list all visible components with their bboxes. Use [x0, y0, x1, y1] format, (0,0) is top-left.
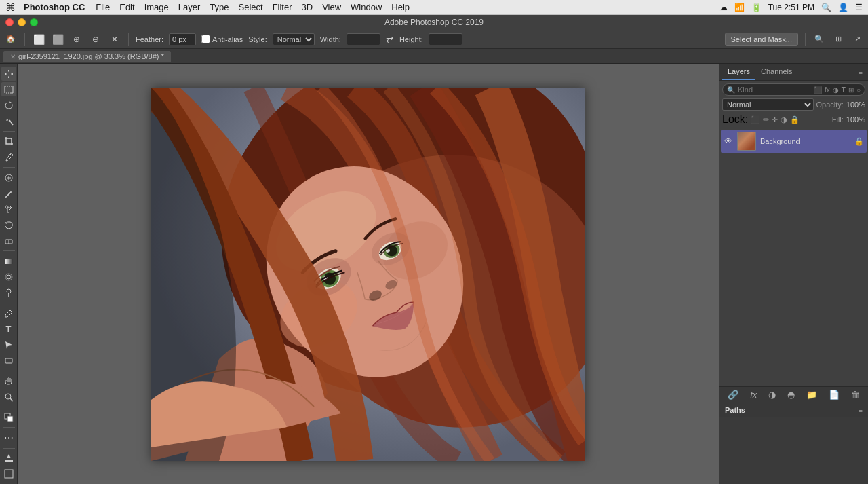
tool-marquee-rect[interactable]: [1, 82, 16, 96]
feather-label: Feather:: [136, 35, 163, 43]
height-input[interactable]: [429, 33, 462, 45]
blend-mode-select[interactable]: Normal: [722, 98, 814, 111]
layers-kind-filter[interactable]: [738, 86, 811, 94]
tool-clone[interactable]: [1, 202, 16, 217]
menu-edit[interactable]: Edit: [119, 2, 134, 12]
layer-name[interactable]: Background: [760, 137, 850, 145]
menu-layer[interactable]: Layer: [178, 2, 201, 12]
lock-pixels-icon[interactable]: ⬛: [751, 115, 760, 124]
menu-type[interactable]: Type: [210, 2, 229, 12]
tool-edit-quick[interactable]: [1, 451, 16, 466]
share-icon[interactable]: ↗: [850, 33, 864, 46]
lock-all-icon[interactable]: 🔒: [790, 115, 800, 124]
tool-magic-wand[interactable]: [1, 114, 16, 128]
main-layout: T ⋯: [0, 64, 868, 484]
panel-collapse-btn[interactable]: ≡: [856, 67, 865, 77]
filter-mask-icon[interactable]: ◑: [833, 86, 839, 94]
search-header-icon[interactable]: 🔍: [812, 33, 826, 46]
opacity-value[interactable]: 100%: [846, 100, 865, 109]
delete-layer-icon[interactable]: 🗑: [851, 390, 860, 400]
layer-visibility-toggle[interactable]: 👁: [724, 136, 733, 146]
tab-close-btn[interactable]: ✕: [10, 53, 16, 60]
tab-layers[interactable]: Layers: [722, 64, 755, 80]
fill-label: Fill:: [832, 115, 844, 124]
tool-zoom[interactable]: [1, 390, 16, 404]
width-input[interactable]: [347, 33, 380, 45]
lock-transparency-icon[interactable]: ◑: [781, 115, 787, 124]
layers-search[interactable]: 🔍 ⬛ fx ◑ T ⊞ ○: [722, 83, 865, 96]
add-fx-icon[interactable]: fx: [750, 390, 757, 400]
tool-pen[interactable]: [1, 306, 16, 320]
paths-collapse-btn[interactable]: ≡: [859, 406, 863, 414]
filter-fx-icon[interactable]: fx: [825, 86, 830, 94]
tool-lasso[interactable]: [1, 98, 16, 112]
tool-gradient[interactable]: [1, 254, 16, 268]
fill-value[interactable]: 100%: [846, 115, 865, 124]
menu-file[interactable]: File: [96, 2, 110, 12]
swap-icon[interactable]: ⇄: [386, 34, 394, 45]
link-layers-icon[interactable]: 🔗: [728, 390, 738, 400]
tool-brush[interactable]: [1, 186, 16, 200]
menu-icon[interactable]: ☰: [855, 3, 863, 12]
close-button[interactable]: [5, 18, 14, 26]
maximize-button[interactable]: [30, 18, 38, 26]
new-group-icon[interactable]: 📁: [806, 390, 817, 400]
width-label: Width:: [320, 35, 341, 43]
filter-toggle[interactable]: ○: [856, 86, 861, 94]
tool-text[interactable]: T: [1, 322, 16, 336]
tool-hand[interactable]: [1, 374, 16, 388]
filter-smart-icon[interactable]: ⊞: [848, 86, 854, 94]
tab-channels[interactable]: Channels: [755, 64, 797, 80]
tab-filename: girl-2359121_1920.jpg @ 33.3% (RGB/8#) *: [18, 52, 164, 60]
options-marquee3-icon[interactable]: ⊕: [70, 33, 83, 46]
tool-path-select[interactable]: [1, 337, 16, 352]
select-and-mask-button[interactable]: Select and Mask...: [725, 33, 799, 46]
add-mask-icon[interactable]: ◑: [768, 390, 776, 400]
menu-help[interactable]: Help: [391, 2, 410, 12]
tool-move[interactable]: [1, 67, 16, 81]
tool-heal[interactable]: [1, 170, 16, 185]
document-tab[interactable]: ✕ girl-2359121_1920.jpg @ 33.3% (RGB/8#)…: [3, 50, 172, 62]
options-marquee4-icon[interactable]: ⊖: [89, 33, 102, 46]
menu-filter[interactable]: Filter: [273, 2, 292, 12]
new-layer-icon[interactable]: 📄: [829, 390, 840, 400]
user-icon[interactable]: 👤: [838, 3, 848, 12]
style-label: Style:: [248, 35, 267, 43]
tool-dodge[interactable]: [1, 286, 16, 300]
tool-shape[interactable]: [1, 354, 16, 368]
tool-blur[interactable]: [1, 270, 16, 284]
svg-point-11: [7, 289, 11, 293]
menu-select[interactable]: Select: [238, 2, 262, 12]
filter-text-icon[interactable]: T: [842, 86, 846, 94]
tool-screen-mode[interactable]: [1, 467, 16, 481]
tool-history[interactable]: [1, 218, 16, 232]
search-icon[interactable]: 🔍: [821, 3, 831, 12]
create-fill-icon[interactable]: ◓: [787, 390, 795, 400]
menu-3d[interactable]: 3D: [302, 2, 313, 12]
tool-foreground-bg[interactable]: [1, 410, 16, 424]
tool-extras[interactable]: ⋯: [1, 430, 16, 445]
options-marquee2-icon[interactable]: ⬜: [51, 33, 64, 46]
anti-alias-checkbox[interactable]: [201, 35, 210, 43]
options-marquee5-icon[interactable]: ✕: [108, 33, 121, 46]
menu-view[interactable]: View: [322, 2, 341, 12]
lock-artboard-icon[interactable]: ✛: [772, 115, 778, 124]
options-marquee-icon[interactable]: ⬜: [32, 33, 45, 46]
layer-item-background[interactable]: 👁 Background 🔒: [721, 130, 867, 153]
feather-input[interactable]: [169, 33, 196, 45]
options-home-icon[interactable]: 🏠: [4, 33, 18, 46]
layout-icon[interactable]: ⊞: [831, 33, 845, 46]
canvas-area: [18, 64, 719, 484]
filter-pixel-icon[interactable]: ⬛: [814, 86, 822, 94]
options-bar: 🏠 ⬜ ⬜ ⊕ ⊖ ✕ Feather: Anti-alias Style: N…: [0, 30, 868, 49]
menu-window[interactable]: Window: [351, 2, 382, 12]
tool-eraser[interactable]: [1, 234, 16, 248]
apple-menu[interactable]: ⌘: [5, 1, 16, 14]
tool-crop[interactable]: [1, 134, 16, 149]
minimize-button[interactable]: [18, 18, 26, 26]
lock-position-icon[interactable]: ✏: [763, 115, 769, 124]
menu-image[interactable]: Image: [144, 2, 169, 12]
tool-eyedropper[interactable]: [1, 150, 16, 164]
layers-search-icon: 🔍: [727, 86, 735, 94]
style-select[interactable]: Normal: [273, 33, 315, 45]
